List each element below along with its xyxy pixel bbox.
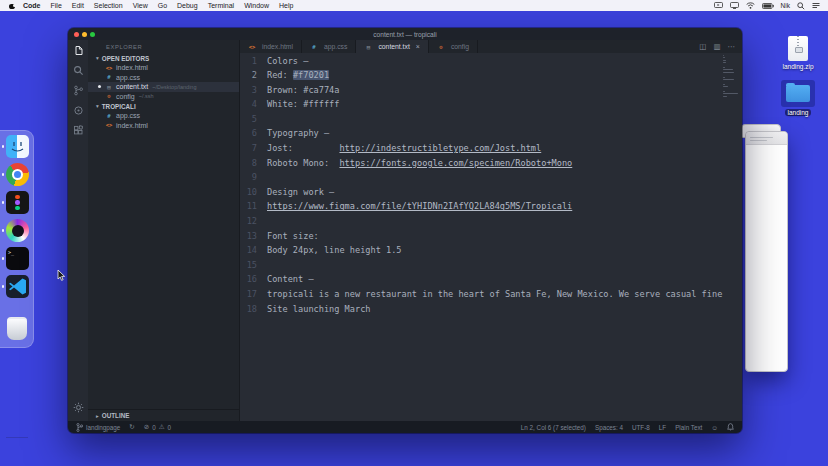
desktop-icon-landing-zip[interactable]: landing.zip xyxy=(776,36,820,70)
link-text[interactable]: https://fonts.google.com/specimen/Roboto… xyxy=(339,158,572,168)
dock-item-terminal[interactable]: >_ xyxy=(6,247,29,270)
statusbar-item-0[interactable]: Ln 2, Col 6 (7 selected) xyxy=(521,424,586,431)
search-icon[interactable] xyxy=(68,60,88,80)
tab-index-html[interactable]: <>index.html xyxy=(240,40,302,53)
minimap[interactable] xyxy=(723,55,739,98)
source-control-icon[interactable] xyxy=(68,80,88,100)
more-actions-icon[interactable]: ⋯ xyxy=(728,42,736,51)
menu-item-help[interactable]: Help xyxy=(274,2,298,9)
menu-item-selection[interactable]: Selection xyxy=(89,2,128,9)
code-text: Site launching March xyxy=(267,302,370,317)
wifi-icon[interactable] xyxy=(746,2,755,9)
code-lines: 1Colors —2Red: #f702013Brown: #ca774a4Wh… xyxy=(240,54,742,317)
feedback-smiley-icon[interactable]: ☺ xyxy=(711,424,718,431)
menu-item-view[interactable]: View xyxy=(128,2,153,9)
settings-gear-icon[interactable] xyxy=(68,397,88,417)
statusbar-item-2[interactable]: UTF-8 xyxy=(632,424,650,431)
statusbar-item-3[interactable]: LF xyxy=(659,424,666,431)
close-window-button[interactable] xyxy=(74,32,79,37)
dock-item-figma[interactable] xyxy=(6,191,29,214)
debug-icon[interactable] xyxy=(68,100,88,120)
open-editors-header[interactable]: ▾ OPEN EDITORS xyxy=(88,53,239,63)
menu-item-go[interactable]: Go xyxy=(153,2,172,9)
plain-text: Red: xyxy=(267,70,293,80)
close-icon[interactable]: × xyxy=(416,43,420,50)
minimize-window-button[interactable] xyxy=(82,32,87,37)
plain-text: Colors — xyxy=(267,56,308,66)
apple-icon[interactable] xyxy=(8,2,15,9)
split-editor-icon[interactable]: ◫ xyxy=(699,42,706,51)
dock-item-media[interactable] xyxy=(6,219,29,242)
problems-indicator[interactable]: ⊘ 0 ⚠ 0 xyxy=(144,423,171,431)
dock-item-vscode[interactable] xyxy=(6,275,29,298)
code-area[interactable]: 1Colors —2Red: #f702013Brown: #ca774a4Wh… xyxy=(240,53,742,421)
dock-item-chrome[interactable] xyxy=(6,163,29,186)
menu-item-file[interactable]: File xyxy=(46,2,67,9)
line-number: 8 xyxy=(240,156,267,171)
link-text[interactable]: http://indestructibletype.com/Jost.html xyxy=(339,143,541,153)
display-icon[interactable] xyxy=(730,2,739,9)
error-icon: ⊘ xyxy=(144,423,149,431)
code-line: 13Font size: xyxy=(240,229,742,244)
user-menu[interactable]: Nik xyxy=(781,2,790,9)
menu-item-edit[interactable]: Edit xyxy=(67,2,89,9)
code-line: 7Jost: http://indestructibletype.com/Jos… xyxy=(240,141,742,156)
tab-app-css[interactable]: #app.css xyxy=(302,40,356,53)
line-number: 10 xyxy=(240,185,267,200)
css-file-icon: # xyxy=(105,113,113,119)
tree-item[interactable]: #app.css xyxy=(88,111,239,121)
line-number: 6 xyxy=(240,126,267,141)
zip-file-icon xyxy=(788,36,808,61)
file-path-suffix: ~/Desktop/landing xyxy=(152,84,196,90)
battery-icon[interactable] xyxy=(762,3,774,9)
open-editor-item[interactable]: ⚙config~/.ssh xyxy=(88,92,239,102)
line-number: 18 xyxy=(240,302,267,317)
html-file-icon: <> xyxy=(105,122,113,128)
folder-section-header[interactable]: ▾ TROPICALI xyxy=(88,101,239,111)
link-text[interactable]: https://www.figma.com/file/tYHIDNn2IAfYQ… xyxy=(267,201,572,211)
menu-item-debug[interactable]: Debug xyxy=(172,2,203,9)
file-name: index.html xyxy=(116,64,148,71)
tree-item[interactable]: <>index.html xyxy=(88,121,239,131)
open-editor-item[interactable]: ▤content.txt~/Desktop/landing xyxy=(88,82,239,92)
window-title: content.txt — tropicali xyxy=(373,31,436,38)
menu-item-terminal[interactable]: Terminal xyxy=(203,2,239,9)
menu-item-window[interactable]: Window xyxy=(239,2,274,9)
tab-content-txt[interactable]: ▤content.txt× xyxy=(356,40,428,53)
open-editor-item[interactable]: <>index.html xyxy=(88,63,239,73)
code-text: White: #ffffff xyxy=(267,97,339,112)
line-number: 16 xyxy=(240,272,267,287)
dock-item-finder[interactable] xyxy=(6,135,29,158)
menubar-status-area: Nik xyxy=(714,2,820,10)
desktop-icon-landing-folder[interactable]: landing xyxy=(776,80,820,116)
tab-config[interactable]: ⚙config xyxy=(429,40,478,53)
extensions-icon[interactable] xyxy=(68,120,88,140)
editor-group: <>index.html#app.css▤content.txt×⚙config… xyxy=(240,40,742,421)
editor-layout-icon[interactable]: ▥ xyxy=(713,42,720,51)
git-branch-indicator[interactable]: landingpage xyxy=(76,423,120,432)
statusbar-item-1[interactable]: Spaces: 4 xyxy=(595,424,623,431)
spotlight-search-icon[interactable] xyxy=(797,2,805,10)
menu-item-code[interactable]: Code xyxy=(18,2,46,9)
outline-section-header[interactable]: ▸ OUTLINE xyxy=(88,409,239,421)
line-number: 7 xyxy=(240,141,267,156)
screen-mirroring-icon[interactable] xyxy=(714,2,723,9)
tab-label: index.html xyxy=(262,43,293,50)
notifications-bell-icon[interactable] xyxy=(727,423,734,431)
statusbar-item-4[interactable]: Plain Text xyxy=(675,424,702,431)
notification-center-icon[interactable] xyxy=(812,2,820,9)
file-path-suffix: ~/.ssh xyxy=(139,93,154,99)
open-editor-item[interactable]: #app.css xyxy=(88,73,239,83)
explorer-icon[interactable] xyxy=(68,40,88,60)
sync-button[interactable]: ↻ xyxy=(129,423,134,431)
plain-text: Roboto Mono: xyxy=(267,158,339,168)
code-line: 1Colors — xyxy=(240,54,742,69)
code-line: 2Red: #f70201 xyxy=(240,68,742,83)
maximize-window-button[interactable] xyxy=(90,32,95,37)
desktop-icon-label: landing xyxy=(785,109,812,116)
background-window-front[interactable] xyxy=(745,131,788,372)
dock-item-trash[interactable] xyxy=(6,317,29,340)
html-file-icon: <> xyxy=(248,44,256,50)
window-titlebar[interactable]: content.txt — tropicali xyxy=(68,28,742,40)
config-file-icon: ⚙ xyxy=(105,93,113,99)
